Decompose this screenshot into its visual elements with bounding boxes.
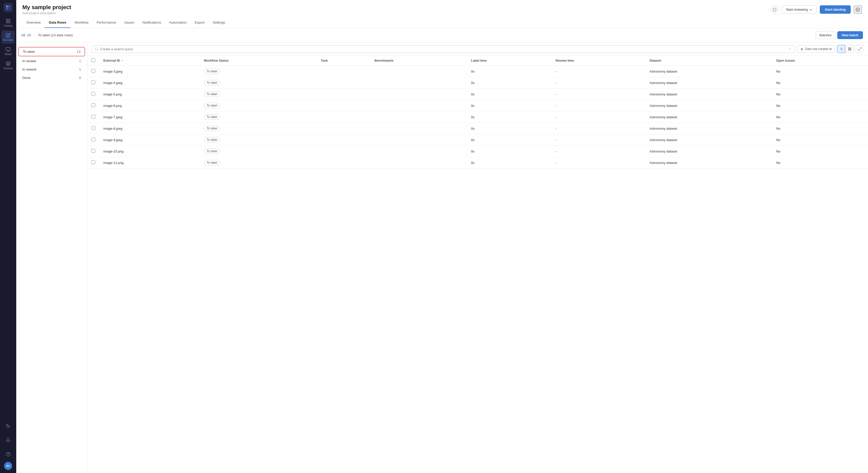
row-checkbox[interactable] [91, 80, 95, 84]
sidebar-item-schema[interactable]: Schema [2, 59, 15, 72]
cell-workflow-status: To label [200, 100, 317, 111]
tab-workflow[interactable]: Workflow [70, 18, 92, 28]
cell-dataset: Astronomy dataset [646, 146, 772, 157]
cell-review-time: - [552, 100, 646, 111]
row-checkbox[interactable] [91, 126, 95, 130]
sidebar-item-notifications[interactable] [2, 433, 15, 447]
sidebar-item-help[interactable] [2, 448, 15, 461]
cell-external-id: image-6.png [99, 100, 200, 111]
sidebar-item-model[interactable]: Model [2, 45, 15, 58]
cell-dataset: Astronomy dataset [646, 100, 772, 111]
info-button[interactable] [771, 6, 779, 14]
table-row[interactable]: image-5.png To label 0s - Astronomy data… [87, 89, 868, 100]
filter-item-in-rework[interactable]: In rework 1 [18, 65, 85, 74]
filter-label: Done [22, 76, 30, 80]
filter-item-to-label[interactable]: To label 13 [18, 47, 85, 56]
row-checkbox[interactable] [91, 138, 95, 141]
grid-view-button[interactable] [846, 45, 854, 53]
filter-item-done[interactable]: Done 0 [18, 74, 85, 82]
project-title-block: My sample project Add project descriptio… [22, 4, 71, 15]
app-logo[interactable] [4, 3, 13, 12]
row-checkbox-cell [87, 100, 99, 111]
row-checkbox[interactable] [91, 115, 95, 119]
project-title: My sample project [22, 4, 71, 11]
cell-dataset: Astronomy dataset [646, 66, 772, 77]
all-count: 15 [27, 33, 31, 37]
tab-export[interactable]: Export [191, 18, 209, 28]
row-checkbox[interactable] [91, 149, 95, 153]
project-description[interactable]: Add project description [22, 11, 71, 15]
svg-point-17 [857, 9, 859, 10]
sort-arrow-icon [121, 59, 123, 62]
svg-rect-29 [848, 49, 849, 50]
row-checkbox[interactable] [91, 92, 95, 96]
external-id-sort[interactable]: External ID [103, 59, 123, 62]
cell-label-time: 0s [467, 66, 552, 77]
svg-rect-3 [8, 8, 10, 10]
sort-button[interactable]: Data row created at [797, 45, 835, 53]
col-external-id[interactable]: External ID [99, 56, 200, 66]
sort-label: Data row created at [805, 47, 832, 51]
cell-label-time: 0s [467, 89, 552, 100]
table-row[interactable]: image-3.jpeg To label 0s - Astronomy dat… [87, 66, 868, 77]
table-row[interactable]: image-9.jpeg To label 0s - Astronomy dat… [87, 134, 868, 146]
row-checkbox[interactable] [91, 160, 95, 164]
tab-overview[interactable]: Overview [22, 18, 45, 28]
table-row[interactable]: image-10.png To label 0s - Astronomy dat… [87, 146, 868, 157]
table-body: image-3.jpeg To label 0s - Astronomy dat… [87, 66, 868, 168]
table-row[interactable]: image-6.png To label 0s - Astronomy data… [87, 100, 868, 111]
tab-settings[interactable]: Settings [209, 18, 229, 28]
all-label: All [21, 33, 25, 37]
cell-label-time: 0s [467, 111, 552, 123]
cell-open-issues: No [772, 157, 868, 168]
start-reviewing-button[interactable]: Start reviewing [782, 5, 817, 14]
sidebar-bottom: AC [2, 419, 15, 470]
cell-benchmarks [371, 100, 467, 111]
new-batch-button[interactable]: New batch [837, 31, 863, 39]
row-checkbox[interactable] [91, 69, 95, 73]
sidebar-item-theme[interactable] [2, 419, 15, 432]
tab-data-rows[interactable]: Data Rows [45, 18, 70, 28]
header: My sample project Add project descriptio… [16, 0, 868, 28]
sidebar-item-annotate[interactable]: Annotate [2, 30, 15, 44]
filter-panel: To label 13 In review 1 In rework 1 Done… [16, 42, 87, 473]
cell-dataset: Astronomy dataset [646, 157, 772, 168]
user-avatar[interactable]: AC [4, 462, 12, 470]
list-view-button[interactable] [837, 45, 845, 53]
tab-issues[interactable]: Issues [120, 18, 138, 28]
cell-external-id: image-7.jpeg [99, 111, 200, 123]
tab-performance[interactable]: Performance [93, 18, 120, 28]
start-labeling-button[interactable]: Start labeling [820, 5, 851, 14]
table-row[interactable]: image-7.jpeg To label 0s - Astronomy dat… [87, 111, 868, 123]
search-input-wrap[interactable] [91, 45, 795, 53]
cell-task [317, 77, 371, 89]
cell-workflow-status: To label [200, 77, 317, 89]
cell-workflow-status: To label [200, 111, 317, 123]
cell-benchmarks [371, 66, 467, 77]
chevron-down-icon [809, 8, 812, 11]
table-row[interactable]: image-4.jpeg To label 0s - Astronomy dat… [87, 77, 868, 89]
cell-label-time: 0s [467, 123, 552, 134]
cell-benchmarks [371, 89, 467, 100]
cell-external-id: image-9.jpeg [99, 134, 200, 146]
row-checkbox[interactable] [91, 103, 95, 107]
sidebar-item-catalog[interactable]: Catalog [2, 16, 15, 29]
cell-workflow-status: To label [200, 146, 317, 157]
batches-button[interactable]: Batches [816, 31, 835, 39]
table-row[interactable]: image-11.png To label 0s - Astronomy dat… [87, 157, 868, 168]
data-table-wrap: External ID Workflow Status Task Benchma… [87, 56, 868, 473]
expand-button[interactable] [856, 45, 864, 53]
cell-task [317, 111, 371, 123]
search-input[interactable] [100, 47, 786, 51]
select-all-checkbox[interactable] [91, 58, 95, 62]
cell-benchmarks [371, 157, 467, 168]
data-toolbar: All 15 | To label (13 data rows) Batches… [16, 28, 868, 42]
tab-notifications[interactable]: Notifications [138, 18, 165, 28]
settings-gear-button[interactable] [854, 6, 862, 14]
cell-external-id: image-5.png [99, 89, 200, 100]
search-bar: Data row created at [87, 42, 868, 56]
tab-automation[interactable]: Automation [165, 18, 190, 28]
table-row[interactable]: image-8.jpeg To label 0s - Astronomy dat… [87, 123, 868, 134]
filter-item-in-review[interactable]: In review 1 [18, 57, 85, 65]
cell-workflow-status: To label [200, 89, 317, 100]
